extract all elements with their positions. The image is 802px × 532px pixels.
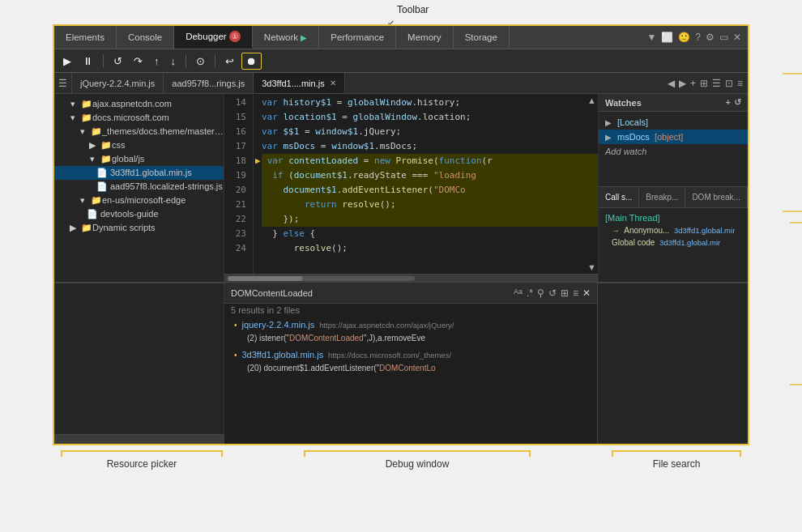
file-icon: 📄 [87,209,98,219]
tab-storage[interactable]: Storage [454,26,510,49]
emoji-icon[interactable]: 🙂 [678,32,690,43]
dom-breakpoints-tab[interactable]: DOM break... [685,187,747,207]
breakpoints-tab[interactable]: Breakp... [639,187,685,207]
search-result-2[interactable]: • 3d3ffd1.global.min.js https://docs.mic… [224,347,597,377]
step-out-button[interactable]: ↑ [150,53,164,69]
tree-item-docs[interactable]: ▾📁docs.microsoft.com [54,111,224,125]
font-size-icon: Aa [514,287,523,299]
step-button[interactable]: ↓ [167,53,181,69]
code-line-22: }); [262,212,598,227]
refresh-search-icon[interactable]: ↺ [548,287,557,299]
sr-line-2: (20) document$1.addEventListener("DOMCon… [234,362,591,375]
copy-icon[interactable]: ⊞ [561,287,569,299]
next-file-icon[interactable]: ▶ [679,78,686,89]
main-content: ▾📁ajax.aspnetcdn.com ▾📁docs.microsoft.co… [54,94,748,282]
tab-debugger[interactable]: Debugger ① [174,26,253,49]
cs-item-global[interactable]: Global code 3d3ffd1.global.mir [599,236,748,249]
watch-locals[interactable]: ▶ [Locals] [599,115,748,130]
pause-button[interactable]: ⏸ [79,53,97,69]
bottom-panels: DOMContentLoaded Aa .* ⚲ ↺ ⊞ ≡ ✕ 5 resul… [54,282,748,444]
main-tab-bar: Elements Console Debugger ① Network ▶ Pe… [54,26,748,49]
folder-icon: 📁 [100,154,112,164]
debug-window-bracket [304,450,531,457]
tree-item-devtools[interactable]: 📄devtools-guide [54,207,224,221]
file-tab-close-icon[interactable]: ✕ [330,79,336,87]
details-annotation: Details [788,219,802,389]
pin-icon[interactable]: ⚲ [537,287,544,299]
tab-elements[interactable]: Elements [54,26,117,49]
scroll-up-icon[interactable]: ▲ [587,96,596,105]
call-stack-tab[interactable]: Call s... [599,187,639,207]
file-icon-1[interactable]: ⊞ [700,78,708,89]
tab-memory[interactable]: Memory [396,26,454,49]
details-bracket-svg [788,219,802,389]
file-tab-jquery[interactable]: jQuery-2.2.4.min.js [72,73,164,93]
tab-network[interactable]: Network ▶ [253,26,319,49]
debug-window-label: Debug window [386,458,450,470]
step-over-button[interactable]: ↺ [109,53,126,69]
tree-scrollbar [54,434,224,444]
tree-item-globaljs[interactable]: ▾📁global/js [54,152,224,166]
current-frame-icon: → [612,226,620,235]
regex-icon[interactable]: .* [527,287,533,299]
sr-url-2: https://docs.microsoft.com/_themes/ [328,351,451,360]
expand-icon: ▾ [77,195,88,206]
folder-icon: 📁 [81,223,92,232]
watch-msdocs[interactable]: ▶ msDocs [object] [599,130,748,144]
restart-button[interactable]: ↩ [221,53,238,69]
step-into-button[interactable]: ↷ [130,53,147,69]
cs-fn-anon: Anonymou... [624,226,669,235]
code-line-16: var $$1 = window$1.jQuery; [262,125,598,139]
tab-console[interactable]: Console [117,26,174,49]
file-tab-aad[interactable]: aad957f8...rings.js [164,73,254,93]
tree-item-3d3[interactable]: 📄3d3ffd1.global.min.js [54,166,224,180]
code-line-23: } else { [262,227,598,241]
filter-icon[interactable]: ▼ [646,32,656,43]
debugger-badge: ① [229,31,241,42]
breakpoint-button[interactable]: ⊙ [192,53,209,69]
search-title: DOMContentLoaded [231,288,313,298]
add-file-icon[interactable]: + [690,78,696,89]
scrollbar-inner [228,276,302,281]
expand-icon: ▶ [605,133,612,142]
watches-refresh-icon[interactable]: ↺ [734,97,741,108]
resource-picker-label: Resource picker [107,458,177,470]
file-icon-4[interactable]: ≡ [737,78,743,89]
sr-match-1: istener("DOMContentLoaded",J),a.removeEv… [259,334,425,343]
tree-item-themes[interactable]: ▾📁_themes/docs.theme/master/en-us/_th [54,125,224,138]
help-icon[interactable]: ? [695,32,701,43]
watches-annotation: Watches [781,70,802,215]
tree-item-ajax[interactable]: ▾📁ajax.aspnetcdn.com [54,97,224,111]
add-watch-button[interactable]: Add watch [599,144,748,159]
file-tree-toggle[interactable]: ☰ [54,73,72,93]
tree-item-dynamic[interactable]: ▶📁Dynamic scripts [54,221,224,235]
settings-icon[interactable]: ⚙ [706,32,715,43]
cs-file-global: 3d3ffd1.global.mir [659,238,720,247]
close-tab-icon[interactable]: ✕ [733,32,741,43]
tab-performance[interactable]: Performance [319,26,396,49]
scroll-down-icon[interactable]: ▼ [587,262,596,272]
tree-item-aad[interactable]: 📄aad957f8.localized-strings.js [54,180,224,194]
watches-content: ▶ [Locals] ▶ msDocs [object] Add watch [599,112,748,186]
screen-icon[interactable]: ⬜ [661,32,673,43]
outer-wrapper: Toolbar ↙ Elements Console Debugger ① Ne… [0,0,802,532]
record-button[interactable]: ⏺ [241,53,262,70]
tree-item-css[interactable]: ▶📁css [54,138,224,152]
code-line-14: var history$1 = globalWindow.history; [262,96,598,110]
file-icon-2[interactable]: ☰ [712,78,721,89]
watch-key-locals: [Locals] [617,117,648,127]
sr-linenum-2: (20) [247,364,264,372]
window-icon[interactable]: ▭ [719,32,728,43]
prev-file-icon[interactable]: ◀ [668,78,675,89]
toolbar-annotation: Toolbar [397,4,429,15]
tree-item-enus[interactable]: ▾📁en-us/microsoft-edge [54,194,224,207]
search-result-1[interactable]: • jquery-2.2.4.min.js https://ajax.aspne… [224,317,597,347]
close-search-icon[interactable]: ✕ [582,287,591,299]
file-icon-3[interactable]: ⊡ [725,78,733,89]
file-tab-3d3[interactable]: 3d3ffd1....min.js ✕ [254,73,344,93]
cs-item-anon[interactable]: → Anonymou... 3d3ffd1.global.mir [599,224,748,236]
watches-add-icon[interactable]: + [726,97,731,108]
play-button[interactable]: ▶ [59,53,75,69]
filter-search-icon[interactable]: ≡ [573,287,578,299]
sr-match-2: document$1.addEventListener("DOMContentL… [264,364,436,372]
